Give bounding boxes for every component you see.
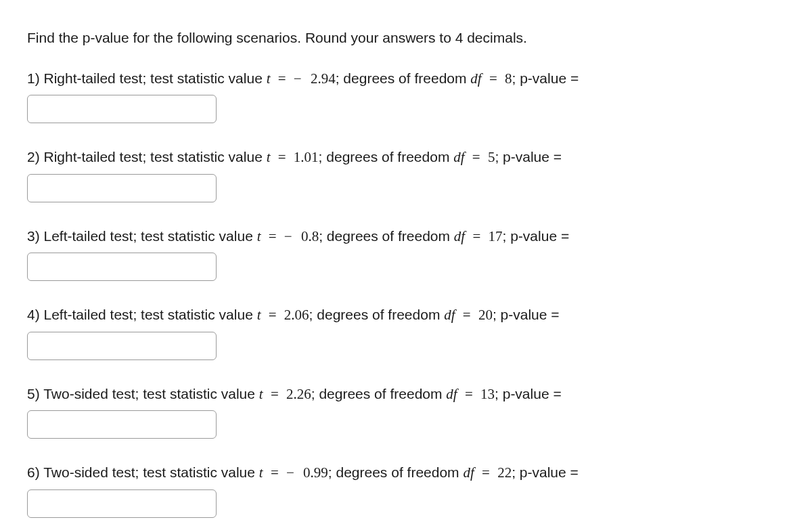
pvalue-label: ; p-value = (495, 386, 562, 401)
equals-sign: = (263, 386, 286, 402)
pvalue-label: ; p-value = (512, 464, 579, 480)
t-value: 0.8 (301, 228, 319, 244)
question-number: 5) (27, 386, 43, 401)
df-value: 17 (489, 228, 503, 244)
equals-sign: = (271, 149, 294, 165)
question-4: 4) Left-tailed test; test statistic valu… (27, 304, 785, 360)
question-3-text: 3) Left-tailed test; test statistic valu… (27, 225, 785, 248)
question-number: 4) (27, 307, 44, 322)
pvalue-label: ; p-value = (493, 307, 560, 322)
df-value: 22 (497, 464, 512, 481)
df-label: ; degrees of freedom (309, 307, 445, 322)
df-variable: df (470, 70, 481, 87)
df-label: ; degrees of freedom (336, 70, 471, 86)
pvalue-label: ; p-value = (512, 70, 579, 86)
question-1: 1) Right-tailed test; test statistic val… (27, 68, 785, 124)
df-value: 13 (480, 386, 495, 402)
answer-input-2[interactable] (27, 174, 217, 202)
df-variable: df (444, 307, 455, 323)
question-4-text: 4) Left-tailed test; test statistic valu… (27, 304, 785, 326)
df-variable: df (453, 149, 464, 165)
negative-sign: − (294, 70, 311, 87)
df-variable: df (454, 228, 465, 244)
df-variable: df (463, 464, 474, 481)
answer-input-4[interactable] (27, 332, 217, 360)
pvalue-label: ; p-value = (503, 228, 570, 244)
df-label: ; degrees of freedom (328, 464, 464, 480)
df-equals-sign: = (455, 307, 478, 323)
t-value: 1.01 (294, 149, 319, 165)
test-stat-label: test statistic value (141, 228, 257, 244)
question-6-text: 6) Two-sided test; test statistic value … (27, 462, 785, 484)
df-label: ; degrees of freedom (319, 228, 454, 244)
negative-sign: − (284, 228, 301, 244)
question-number: 2) (27, 149, 44, 165)
df-variable: df (446, 386, 457, 402)
question-number: 6) (27, 464, 43, 480)
negative-sign: − (286, 464, 303, 481)
t-variable: t (267, 149, 271, 165)
test-stat-label: test statistic value (143, 464, 259, 480)
test-type: Right-tailed test; (44, 70, 151, 86)
test-type: Left-tailed test; (44, 307, 141, 322)
t-variable: t (257, 307, 261, 323)
test-type: Left-tailed test; (44, 228, 141, 244)
question-number: 3) (27, 228, 44, 244)
t-value: 2.94 (311, 70, 336, 87)
test-stat-label: test statistic value (141, 307, 257, 322)
equals-sign: = (261, 307, 284, 323)
t-value: 2.26 (286, 386, 311, 402)
pvalue-label: ; p-value = (495, 149, 562, 165)
equals-sign: = (261, 228, 284, 244)
df-label: ; degrees of freedom (319, 149, 454, 165)
test-stat-label: test statistic value (143, 386, 259, 401)
question-2-text: 2) Right-tailed test; test statistic val… (27, 146, 785, 169)
test-stat-label: test statistic value (150, 70, 267, 86)
answer-input-3[interactable] (27, 253, 217, 281)
equals-sign: = (271, 70, 294, 87)
test-type: Right-tailed test; (44, 149, 151, 165)
t-value: 0.99 (303, 464, 328, 481)
answer-input-5[interactable] (27, 410, 217, 439)
df-label: ; degrees of freedom (311, 386, 447, 401)
df-equals-sign: = (457, 386, 480, 402)
df-equals-sign: = (474, 464, 497, 481)
df-value: 20 (478, 307, 493, 323)
df-value: 8 (505, 70, 512, 87)
instructions-text: Find the p-value for the following scena… (27, 27, 785, 49)
question-number: 1) (27, 70, 44, 86)
question-5: 5) Two-sided test; test statistic value … (27, 383, 785, 439)
df-equals-sign: = (465, 228, 488, 244)
question-5-text: 5) Two-sided test; test statistic value … (27, 383, 785, 406)
question-2: 2) Right-tailed test; test statistic val… (27, 146, 785, 202)
question-1-text: 1) Right-tailed test; test statistic val… (27, 68, 785, 90)
answer-input-6[interactable] (27, 489, 217, 518)
question-6: 6) Two-sided test; test statistic value … (27, 462, 785, 518)
answer-input-1[interactable] (27, 95, 217, 123)
df-equals-sign: = (465, 149, 488, 165)
equals-sign: = (263, 464, 286, 481)
t-variable: t (257, 228, 261, 244)
question-3: 3) Left-tailed test; test statistic valu… (27, 225, 785, 282)
test-stat-label: test statistic value (150, 149, 267, 165)
t-variable: t (259, 464, 263, 481)
df-equals-sign: = (482, 70, 505, 87)
df-value: 5 (488, 149, 495, 165)
t-variable: t (259, 386, 263, 402)
test-type: Two-sided test; (43, 464, 143, 480)
t-value: 2.06 (284, 307, 309, 323)
t-variable: t (267, 70, 271, 87)
test-type: Two-sided test; (43, 386, 143, 401)
